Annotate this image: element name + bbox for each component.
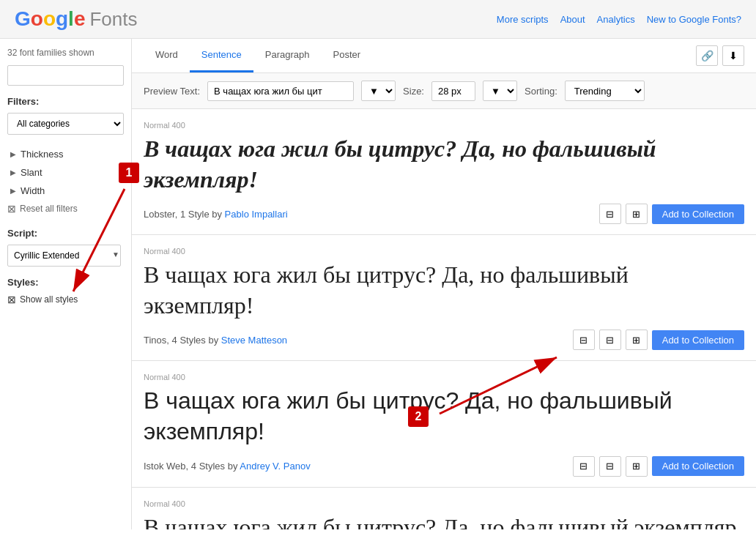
filter-slant-label: Slant <box>21 167 42 178</box>
font-icon-btn-1-lobster[interactable]: ⊟ <box>599 204 621 224</box>
font-name-tinos: Tinos <box>144 335 166 346</box>
filter-slant[interactable]: ▶ Slant <box>7 163 124 182</box>
font-icon-btn-0-istok[interactable]: ⊟ <box>573 456 595 477</box>
filter-width-label: Width <box>21 185 45 196</box>
sidebar: 32 font families shown Filters: All cate… <box>0 39 132 529</box>
font-tag-lobster: Normal 400 <box>144 121 744 130</box>
logo: Google Fonts <box>15 7 138 31</box>
styles-icon: ⊠ <box>7 294 16 305</box>
script-label: Script: <box>7 228 124 239</box>
google-wordmark: Google <box>15 7 85 31</box>
font-card-footer-istok: Istok Web, 4 Styles by Andrey V. Panov ⊟… <box>144 456 744 477</box>
content-panel: Word Sentence Paragraph Poster 🔗 ⬇ Previ… <box>132 39 756 529</box>
tab-word[interactable]: Word <box>144 39 190 72</box>
font-name-lobster: Lobster <box>144 209 175 220</box>
show-all-styles-label: Show all styles <box>20 294 78 305</box>
add-to-collection-lobster[interactable]: Add to Collection <box>652 204 744 224</box>
header: Google Fonts More scripts About Analytic… <box>0 0 756 39</box>
all-categories-dropdown[interactable]: All categories <box>7 113 124 135</box>
size-input[interactable] <box>431 81 475 101</box>
font-styles-istok: 4 Styles <box>191 461 225 472</box>
font-meta-lobster: Lobster, 1 Style by Pablo Impallari <box>144 209 288 220</box>
script-dropdown-wrapper: Cyrillic Extended ▼ <box>7 245 124 267</box>
add-to-collection-istok[interactable]: Add to Collection <box>652 456 744 476</box>
font-card-tinos: Normal 400 В чащах юга жил бы цитрус? Да… <box>132 235 756 361</box>
font-icon-btn-2-tinos[interactable]: ⊞ <box>626 330 648 350</box>
font-tag-tinos: Normal 400 <box>144 247 744 256</box>
font-tag-4: Normal 400 <box>144 499 744 508</box>
font-card-istok: Normal 400 В чащах юга жил бы цитрус? Да… <box>132 361 756 487</box>
font-card-footer-tinos: Tinos, 4 Styles by Steve Matteson ⊟ ⊟ ⊞ … <box>144 330 744 350</box>
tab-poster[interactable]: Poster <box>321 39 372 72</box>
nav-new-to-google-fonts[interactable]: New to Google Fonts? <box>647 14 741 25</box>
font-preview-istok: В чащах юга жил бы цитрус? Да, но фальши… <box>144 386 744 447</box>
font-card-lobster: Normal 400 В чащах юга жил бы цитрус? Да… <box>132 109 756 235</box>
font-styles-tinos: 4 Styles <box>172 335 206 346</box>
reset-icon: ⊠ <box>7 203 16 215</box>
link-button[interactable]: 🔗 <box>696 45 718 66</box>
font-icon-btn-1-tinos[interactable]: ⊟ <box>599 330 621 350</box>
filter-width[interactable]: ▶ Width <box>7 182 124 200</box>
fonts-wordmark: Fonts <box>89 8 137 31</box>
font-tag-istok: Normal 400 <box>144 373 744 381</box>
filter-thickness[interactable]: ▶ Thickness <box>7 145 124 163</box>
font-count: 32 font families shown <box>7 48 124 58</box>
nav-analytics[interactable]: Analytics <box>597 14 635 25</box>
chevron-icon: ▶ <box>10 187 16 195</box>
filters-label: Filters: <box>7 96 124 107</box>
tab-paragraph[interactable]: Paragraph <box>253 39 322 72</box>
font-author-tinos[interactable]: Steve Matteson <box>221 335 287 346</box>
reset-filters-button[interactable]: ⊠ Reset all filters <box>7 200 124 217</box>
font-preview-lobster: В чащах юга жил бы цитрус? Да, но фальши… <box>144 134 744 195</box>
chevron-icon: ▶ <box>10 168 16 176</box>
preview-dropdown[interactable]: ▼ <box>361 81 396 101</box>
font-meta-istok: Istok Web, 4 Styles by Andrey V. Panov <box>144 461 311 472</box>
font-actions-lobster: ⊟ ⊞ Add to Collection <box>599 204 744 224</box>
fonts-list: Normal 400 В чащах юга жил бы цитрус? Да… <box>132 109 756 529</box>
font-actions-istok: ⊟ ⊟ ⊞ Add to Collection <box>573 456 744 477</box>
font-icon-btn-2-istok[interactable]: ⊞ <box>626 456 648 477</box>
tabs-bar: Word Sentence Paragraph Poster 🔗 ⬇ <box>132 39 756 73</box>
script-dropdown[interactable]: Cyrillic Extended <box>7 245 121 267</box>
font-card-footer-lobster: Lobster, 1 Style by Pablo Impallari ⊟ ⊞ … <box>144 204 744 224</box>
font-icon-btn-0-tinos[interactable]: ⊟ <box>573 330 595 350</box>
chevron-icon: ▶ <box>10 150 16 158</box>
font-preview-4: В чащах юга жил бы цитрус? Да, но фальши… <box>144 513 744 529</box>
font-icon-btn-1-istok[interactable]: ⊟ <box>599 456 621 477</box>
sort-dropdown[interactable]: Trending Alphabetical Popularity <box>565 81 645 101</box>
main-wrapper: 32 font families shown Filters: All cate… <box>0 39 756 529</box>
header-nav: More scripts About Analytics New to Goog… <box>497 14 741 25</box>
font-actions-tinos: ⊟ ⊟ ⊞ Add to Collection <box>573 330 744 350</box>
size-label: Size: <box>403 86 424 97</box>
font-icon-btn-2-lobster[interactable]: ⊞ <box>626 204 648 224</box>
tabs: Word Sentence Paragraph Poster <box>144 39 372 72</box>
tab-actions: 🔗 ⬇ <box>696 45 744 66</box>
search-input[interactable] <box>7 65 124 86</box>
show-all-styles-button[interactable]: ⊠ Show all styles <box>7 294 124 305</box>
reset-filters-label: Reset all filters <box>20 204 78 214</box>
nav-more-scripts[interactable]: More scripts <box>497 14 549 25</box>
filter-thickness-label: Thickness <box>21 149 64 160</box>
font-author-lobster[interactable]: Pablo Impallari <box>225 209 288 220</box>
styles-label: Styles: <box>7 277 124 288</box>
size-dropdown[interactable]: ▼ <box>483 81 517 101</box>
font-author-istok[interactable]: Andrey V. Panov <box>240 461 310 472</box>
font-styles-lobster: 1 Style <box>180 209 210 220</box>
tab-sentence[interactable]: Sentence <box>190 39 253 72</box>
preview-text-label: Preview Text: <box>144 86 200 97</box>
nav-about[interactable]: About <box>560 14 585 25</box>
font-card-4: Normal 400 В чащах юга жил бы цитрус? Да… <box>132 488 756 529</box>
font-preview-tinos: В чащах юга жил бы цитрус? Да, но фальши… <box>144 260 744 321</box>
font-meta-tinos: Tinos, 4 Styles by Steve Matteson <box>144 335 287 346</box>
font-name-istok: Istok Web <box>144 461 186 472</box>
add-to-collection-tinos[interactable]: Add to Collection <box>652 330 744 350</box>
download-button[interactable]: ⬇ <box>722 45 744 66</box>
preview-controls: Preview Text: ▼ Size: ▼ Sorting: Trendin… <box>132 73 756 109</box>
sort-label: Sorting: <box>525 86 557 97</box>
preview-text-input[interactable] <box>207 81 354 101</box>
